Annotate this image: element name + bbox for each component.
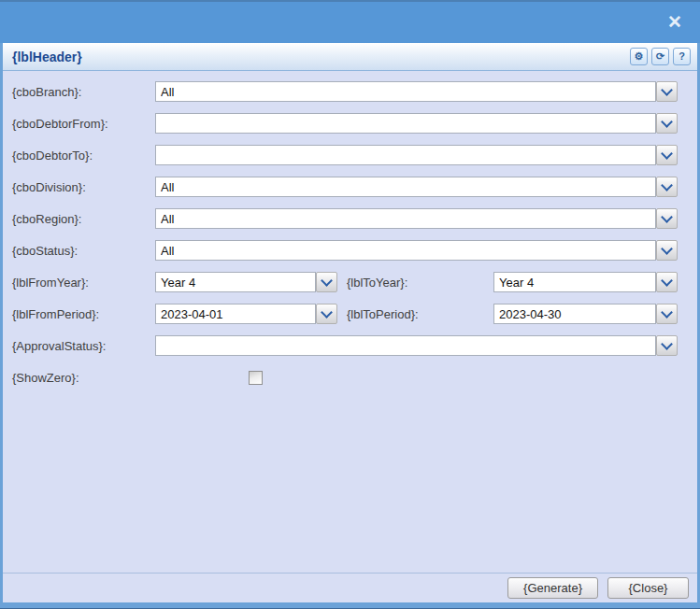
header-toolbar: ⚙ ⟳ ? [630, 48, 691, 65]
page-title: {lblHeader} [12, 50, 82, 64]
to-period-label: {lblToPeriod}: [337, 307, 493, 321]
debtor-to-input[interactable] [155, 145, 656, 165]
branch-dropdown-trigger[interactable] [656, 81, 678, 102]
window-frame: {lblHeader} ⚙ ⟳ ? {cboBranch}: {cboDebto… [0, 43, 700, 602]
from-period-combobox [155, 304, 337, 324]
region-dropdown-trigger[interactable] [656, 208, 678, 229]
to-year-label: {lblToYear}: [337, 276, 493, 290]
refresh-icon: ⟳ [656, 51, 664, 62]
to-period-combobox [493, 304, 678, 324]
approval-status-dropdown-trigger[interactable] [656, 335, 678, 356]
debtor-to-row: {cboDebtorTo}: [3, 145, 697, 165]
to-year-dropdown-trigger[interactable] [656, 272, 678, 292]
chevron-down-icon [661, 211, 673, 223]
refresh-button[interactable]: ⟳ [651, 48, 669, 65]
debtor-from-input[interactable] [155, 113, 656, 134]
gear-icon: ⚙ [635, 51, 644, 62]
status-input[interactable] [155, 240, 656, 261]
from-year-input[interactable] [155, 272, 316, 292]
division-combobox [155, 177, 678, 197]
period-row: {lblFromPeriod}: {lblToPeriod}: [3, 304, 697, 324]
form-area: {cboBranch}: {cboDebtorFrom}: {cboDebtor… [3, 71, 697, 573]
generate-button[interactable]: {Generate} [507, 577, 598, 599]
to-period-input[interactable] [493, 304, 656, 324]
chevron-down-icon [661, 84, 673, 96]
debtor-from-dropdown-trigger[interactable] [656, 113, 678, 134]
show-zero-checkbox[interactable] [249, 371, 263, 385]
from-period-input[interactable] [155, 304, 316, 324]
window-bottom-border [0, 602, 700, 609]
chevron-down-icon [661, 116, 673, 128]
help-icon: ? [679, 51, 685, 62]
debtor-to-dropdown-trigger[interactable] [656, 145, 678, 165]
chevron-down-icon [661, 275, 673, 287]
chevron-down-icon [321, 275, 333, 287]
region-input[interactable] [155, 208, 656, 229]
status-row: {cboStatus}: [3, 240, 697, 261]
debtor-from-combobox [155, 113, 678, 134]
to-period-dropdown-trigger[interactable] [656, 304, 678, 324]
to-year-combobox [493, 272, 678, 292]
status-dropdown-trigger[interactable] [656, 240, 678, 261]
from-period-dropdown-trigger[interactable] [316, 304, 337, 324]
region-combobox [155, 208, 678, 229]
debtor-to-label: {cboDebtorTo}: [12, 149, 155, 163]
from-year-dropdown-trigger[interactable] [316, 272, 337, 292]
division-dropdown-trigger[interactable] [656, 177, 678, 197]
division-row: {cboDivision}: [3, 177, 697, 197]
help-button[interactable]: ? [673, 48, 691, 65]
from-period-label: {lblFromPeriod}: [12, 307, 155, 321]
branch-row: {cboBranch}: [3, 81, 697, 102]
close-icon: ✕ [667, 13, 682, 31]
titlebar: ✕ [0, 0, 700, 43]
chevron-down-icon [661, 243, 673, 255]
debtor-from-label: {cboDebtorFrom}: [12, 117, 155, 131]
division-label: {cboDivision}: [12, 180, 155, 194]
year-row: {lblFromYear}: {lblToYear}: [3, 272, 697, 292]
debtor-from-row: {cboDebtorFrom}: [3, 113, 697, 134]
branch-label: {cboBranch}: [12, 85, 155, 99]
show-zero-label: {ShowZero}: [12, 371, 155, 385]
approval-status-combobox [155, 335, 678, 356]
status-label: {cboStatus}: [12, 244, 155, 258]
chevron-down-icon [321, 306, 333, 319]
chevron-down-icon [661, 338, 673, 350]
status-combobox [155, 240, 678, 261]
from-year-label: {lblFromYear}: [12, 276, 155, 290]
chevron-down-icon [661, 179, 673, 191]
branch-combobox [155, 81, 678, 102]
debtor-to-combobox [155, 145, 678, 165]
dialog-window: ✕ {lblHeader} ⚙ ⟳ ? {cboBranch}: {cboDeb… [0, 0, 700, 609]
window-close-button[interactable]: ✕ [664, 10, 686, 33]
approval-status-input[interactable] [155, 335, 656, 356]
footer-bar: {Generate} {Close} [3, 573, 697, 602]
approval-status-row: {ApprovalStatus}: [3, 335, 697, 356]
region-label: {cboRegion}: [12, 212, 155, 226]
approval-status-label: {ApprovalStatus}: [12, 339, 155, 353]
from-year-combobox [155, 272, 337, 292]
chevron-down-icon [661, 148, 673, 160]
header-bar: {lblHeader} ⚙ ⟳ ? [3, 43, 697, 71]
branch-input[interactable] [155, 81, 656, 102]
region-row: {cboRegion}: [3, 208, 697, 229]
chevron-down-icon [661, 306, 673, 319]
close-button[interactable]: {Close} [607, 577, 689, 599]
division-input[interactable] [155, 177, 656, 197]
show-zero-row: {ShowZero}: [3, 367, 697, 388]
gear-button[interactable]: ⚙ [630, 48, 648, 65]
to-year-input[interactable] [493, 272, 656, 292]
